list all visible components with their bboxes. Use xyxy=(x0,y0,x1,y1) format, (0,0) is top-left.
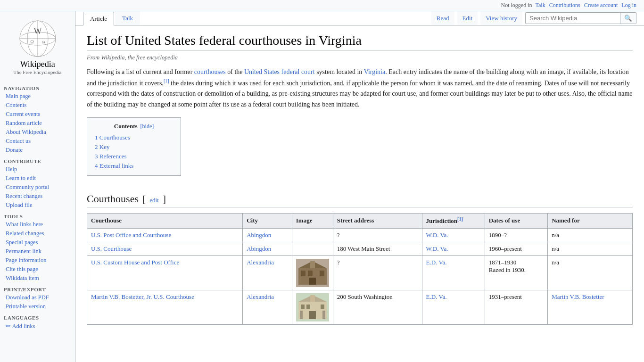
svg-rect-25 xyxy=(322,311,325,319)
toc-item-1: 1 Courthouses xyxy=(95,133,173,142)
cell-jurisdiction: E.D. Va. xyxy=(422,290,485,324)
table-of-contents: Contents [hide] 1 Courthouses 2 Key 3 Re… xyxy=(87,117,181,176)
jurisdiction-link[interactable]: W.D. Va. xyxy=(426,245,448,252)
named-for-link[interactable]: Martin V.B. Bostetter xyxy=(552,293,604,300)
svg-rect-19 xyxy=(306,304,310,309)
sidebar-item-upload-file[interactable]: Upload file xyxy=(0,201,75,210)
city-link[interactable]: Abingdon xyxy=(247,245,271,252)
contributions-link[interactable]: Contributions xyxy=(549,2,580,9)
toc-link-external-links[interactable]: 4 External links xyxy=(95,162,133,169)
table-row: U.S. Post Office and Courthouse Abingdon… xyxy=(87,228,633,242)
usfederal-link[interactable]: United States federal court xyxy=(244,68,315,75)
languages-title: Languages xyxy=(0,314,75,321)
table-row: U.S. Courthouse Abingdon 180 West Main S… xyxy=(87,242,633,255)
city-link[interactable]: Alexandria xyxy=(247,293,274,300)
main-content: List of United States federal courthouse… xyxy=(75,25,644,362)
cell-dates: 1871–1930Razed in 1930. xyxy=(485,255,547,290)
sidebar-item-recent-changes[interactable]: Recent changes xyxy=(0,192,75,201)
create-account-link[interactable]: Create account xyxy=(584,2,618,9)
not-logged-in-text: Not logged in xyxy=(501,2,532,9)
cell-image xyxy=(292,290,333,324)
courthouses-table: Courthouse City Image Street address Jur… xyxy=(87,213,633,324)
toc-item-3: 3 References xyxy=(95,152,173,161)
sidebar-item-about[interactable]: About Wikipedia xyxy=(0,128,75,137)
tools-title: Tools xyxy=(0,213,75,220)
cell-image xyxy=(292,255,333,290)
talk-link[interactable]: Talk xyxy=(536,2,545,9)
cell-dates: 1960–present xyxy=(485,242,547,255)
sidebar-item-permanent-link[interactable]: Permanent link xyxy=(0,247,75,256)
city-link[interactable]: Alexandria xyxy=(247,259,274,266)
tab-bar: Article Talk Read Edit View history 🔍 xyxy=(75,11,644,25)
toc-link-references[interactable]: 3 References xyxy=(95,153,127,160)
city-link[interactable]: Abingdon xyxy=(247,231,271,239)
wikipedia-wordmark: Wikipedia xyxy=(0,59,75,69)
toc-link-courthouses[interactable]: 1 Courthouses xyxy=(95,134,130,141)
cell-named-for: n/a xyxy=(548,242,633,255)
sidebar-item-community-portal[interactable]: Community portal xyxy=(0,183,75,192)
sidebar-item-printable-version[interactable]: Printable version xyxy=(0,302,75,311)
sidebar-item-contact[interactable]: Contact us xyxy=(0,137,75,146)
svg-rect-12 xyxy=(320,271,324,276)
jurisdiction-link[interactable]: W.D. Va. xyxy=(426,231,448,239)
cell-image xyxy=(292,242,333,255)
sidebar-item-random-article[interactable]: Random article xyxy=(0,119,75,128)
courthouses-edit-bracket: [ xyxy=(142,193,146,205)
virginia-link[interactable]: Virginia xyxy=(364,68,386,75)
cell-dates: 1890–? xyxy=(485,228,547,242)
sidebar-item-help[interactable]: Help xyxy=(0,165,75,174)
logo-area: W Ω ω Wikipedia The Free Encyclopedia xyxy=(0,15,75,82)
sidebar-item-page-information[interactable]: Page information xyxy=(0,256,75,265)
sidebar-item-current-events[interactable]: Current events xyxy=(0,110,75,119)
courthouses-edit-link[interactable]: edit xyxy=(149,197,159,204)
courthouses-link[interactable]: courthouses xyxy=(194,68,226,75)
courthouse-link[interactable]: U.S. Post Office and Courthouse xyxy=(91,231,171,239)
sidebar-item-add-links[interactable]: ✏ Add links xyxy=(0,321,75,331)
tab-talk[interactable]: Talk xyxy=(115,11,140,25)
sidebar-item-donate[interactable]: Donate xyxy=(0,146,75,155)
search-input[interactable] xyxy=(526,13,620,24)
cell-courthouse-name: U.S. Courthouse xyxy=(87,242,243,255)
svg-text:Ω: Ω xyxy=(30,39,33,44)
print-title: Print/export xyxy=(0,286,75,293)
tab-edit[interactable]: Edit xyxy=(457,11,478,25)
courthouse-link[interactable]: Martin V.B. Bostetter, Jr. U.S. Courthou… xyxy=(91,293,194,300)
sidebar-item-wikidata-item[interactable]: Wikidata item xyxy=(0,274,75,283)
search-box: 🔍 xyxy=(525,12,636,24)
jurisdiction-link[interactable]: E.D. Va. xyxy=(426,293,447,300)
contribute-section: Contribute Help Learn to edit Community … xyxy=(0,157,75,210)
jurisdiction-link[interactable]: E.D. Va. xyxy=(426,259,447,266)
search-button[interactable]: 🔍 xyxy=(620,13,636,24)
tab-view-history[interactable]: View history xyxy=(480,11,522,25)
toc-hide-link[interactable]: [hide] xyxy=(140,123,154,130)
courthouse-link[interactable]: U.S. Courthouse xyxy=(91,245,132,252)
print-section: Print/export Download as PDF Printable v… xyxy=(0,286,75,311)
cell-courthouse-name: Martin V.B. Bostetter, Jr. U.S. Courthou… xyxy=(87,290,243,324)
log-in-link[interactable]: Log in xyxy=(621,2,636,9)
cell-courthouse-name: U.S. Post Office and Courthouse xyxy=(87,228,243,242)
col-image: Image xyxy=(292,214,333,228)
sidebar-item-main-page[interactable]: Main page xyxy=(0,92,75,101)
toc-link-key[interactable]: 2 Key xyxy=(95,143,109,150)
sidebar-item-related-changes[interactable]: Related changes xyxy=(0,229,75,238)
wikipedia-logo: W Ω ω xyxy=(19,20,57,58)
sidebar-item-download-pdf[interactable]: Download as PDF xyxy=(0,293,75,302)
svg-rect-10 xyxy=(301,271,305,276)
sidebar-item-cite-this-page[interactable]: Cite this page xyxy=(0,265,75,274)
sidebar-item-what-links-here[interactable]: What links here xyxy=(0,220,75,229)
cell-street: ? xyxy=(333,255,422,290)
tab-article[interactable]: Article xyxy=(83,12,114,25)
cell-courthouse-name: U.S. Custom House and Post Office xyxy=(87,255,243,290)
sidebar-item-special-pages[interactable]: Special pages xyxy=(0,238,75,247)
sidebar-item-learn-to-edit[interactable]: Learn to edit xyxy=(0,174,75,183)
tab-read[interactable]: Read xyxy=(431,11,454,25)
sidebar-item-contents[interactable]: Contents xyxy=(0,101,75,110)
courthouse-link[interactable]: U.S. Custom House and Post Office xyxy=(91,259,179,266)
cell-named-for: Martin V.B. Bostetter xyxy=(548,290,633,324)
sidebar: W Ω ω Wikipedia The Free Encyclopedia Na… xyxy=(0,11,75,362)
cell-jurisdiction: W.D. Va. xyxy=(422,242,485,255)
svg-rect-15 xyxy=(310,261,315,268)
tabs-right: Read Edit View history 🔍 xyxy=(431,11,636,25)
cell-jurisdiction: E.D. Va. xyxy=(422,255,485,290)
table-row: Martin V.B. Bostetter, Jr. U.S. Courthou… xyxy=(87,290,633,324)
